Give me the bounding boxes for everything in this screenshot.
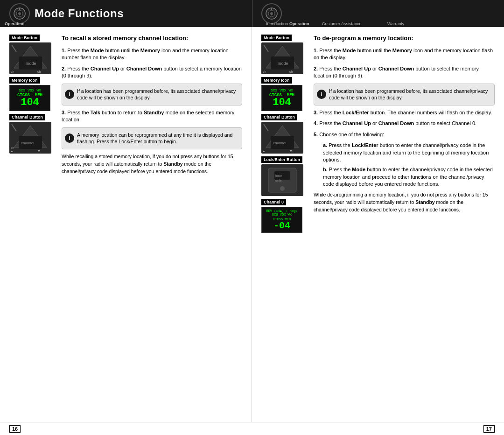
svg-text:mode: mode [26, 61, 36, 66]
channel-button-label: Channel Button [9, 114, 45, 120]
left-note-2-text: A memory location can be reprogrammed at… [77, 132, 232, 145]
svg-text:enter: enter [275, 179, 283, 182]
mode-button-label: Mode Button [9, 35, 40, 41]
left-note-1: i If a location has been programmed befo… [62, 84, 242, 105]
nav-customer-assistance: Customer Assistance [322, 21, 362, 26]
left-step-3: 3. Press the Talk button to return to St… [62, 109, 242, 124]
right-mode-button-label: Mode Button [261, 35, 292, 41]
svg-text:ch: ch [289, 70, 293, 73]
lock-enter-button-label: Lock/Enter Button [261, 156, 302, 163]
svg-text:▲: ▲ [10, 149, 14, 153]
right-mode-button-image: mode ch ch [261, 42, 303, 74]
page-number-left: 16 [9, 425, 21, 433]
left-note-2: i A memory location can be reprogrammed … [62, 127, 242, 149]
ch0-top: REV (14▲) ↕ hog↓ [266, 209, 297, 213]
right-mem-num: 104 [273, 98, 291, 108]
left-images-column: Mode Button mode ch ch Memory Icon DCS V… [9, 35, 56, 175]
note-icon-1: i [65, 90, 74, 99]
svg-point-44 [280, 186, 285, 191]
right-note-1: i If a location has been programmed befo… [314, 84, 495, 105]
memory-icon-label: Memory Icon [9, 77, 40, 84]
sub-item-a: a. Press the Lock/Enter button to enter … [323, 142, 495, 163]
svg-text:▼: ▼ [37, 149, 41, 153]
right-step-4: 4. Press the Channel Up or Channel Down … [314, 120, 495, 127]
memory-icon-display: DCS VOX WX CTCSS→ MEM 104 [9, 85, 50, 111]
svg-text:♪: ♪ [271, 12, 273, 16]
lock-enter-button-image: lock/ enter [261, 164, 303, 196]
ch0-num: -04 [273, 221, 290, 231]
page-number-right: 17 [483, 425, 495, 433]
svg-text:lock/: lock/ [275, 174, 282, 177]
left-content: Mode Button mode ch ch Memory Icon DCS V… [9, 35, 242, 175]
left-text-column: To recall a stored memory channel locati… [62, 35, 242, 175]
mem-display-top: DCS VOX WX [19, 88, 41, 93]
right-content: Mode Button mode ch ch Memory Icon DCS V… [261, 35, 495, 233]
nav-warranty: Warranty [387, 21, 404, 26]
svg-text:▲: ▲ [262, 149, 266, 153]
left-section-title: To recall a stored memory channel locati… [62, 35, 242, 42]
mode-button-image: mode ch ch [9, 42, 51, 74]
left-step-1: 1. Press the Mode button until the Memor… [62, 47, 242, 62]
svg-text:ch: ch [11, 146, 14, 149]
right-step-3: 3. Press the Lock/Enter button. The chan… [314, 109, 495, 116]
operation-label-right: Operation [289, 21, 309, 26]
right-channel-button-image: channel ▲ ▼ [261, 122, 303, 154]
svg-text:▼: ▼ [289, 149, 293, 153]
footer: 16 17 [0, 422, 504, 435]
left-step-2: 2. Press the Channel Up or Channel Down … [62, 65, 242, 80]
nav-introduction: Introduction [266, 21, 288, 26]
mem-display-num: 104 [21, 98, 39, 108]
svg-text:ch: ch [263, 70, 266, 73]
right-note-1-text: If a location has been programmed before… [329, 88, 488, 101]
right-images-column: Mode Button mode ch ch Memory Icon DCS V… [261, 35, 308, 233]
right-section-title: To de-program a memory location: [314, 35, 495, 42]
svg-text:ch: ch [11, 70, 14, 73]
left-paragraph: While recalling a stored memory location… [62, 153, 242, 175]
channel-0-display: REV (14▲) ↕ hog↓ DCS VOX WX CTCSS MEM -0… [261, 207, 302, 233]
note-icon-2: i [65, 133, 74, 143]
right-channel-button-label: Channel Button [261, 114, 297, 120]
ch0-mid: DCS VOX WX [272, 213, 292, 217]
main-content: Mode Button mode ch ch Memory Icon DCS V… [0, 27, 504, 422]
svg-text:channel: channel [21, 141, 34, 145]
sub-items-list: a. Press the Lock/Enter button to enter … [323, 142, 495, 188]
operation-label-left: Operation [5, 21, 25, 26]
header-icon-right: ♪ [261, 3, 282, 24]
svg-text:mode: mode [278, 61, 288, 66]
page-title: Mode Functions [35, 7, 124, 20]
right-step-2: 2. Press the Channel Up or Channel Down … [314, 65, 495, 80]
right-panel: Mode Button mode ch ch Memory Icon DCS V… [252, 27, 504, 422]
right-memory-icon-label: Memory Icon [261, 77, 292, 84]
svg-text:♪: ♪ [19, 12, 21, 16]
right-note-icon-1: i [317, 90, 326, 99]
svg-text:channel: channel [273, 141, 286, 145]
header: ♪ Mode Functions ♪ Operation Operation I… [0, 0, 504, 27]
channel-button-image: channel ▲ ▼ ch [9, 122, 51, 154]
channel-0-label: Channel 0 [261, 199, 286, 205]
svg-text:ch: ch [37, 70, 41, 73]
right-memory-icon-display: DCS VOX WX CTCSS→ MEM 104 [261, 85, 302, 111]
right-mem-top: DCS VOX WX [271, 88, 293, 93]
left-panel: Mode Button mode ch ch Memory Icon DCS V… [0, 27, 252, 422]
sub-item-b: b. Press the Mode button to enter the ch… [323, 166, 495, 188]
right-paragraph: While de-programming a memory location, … [314, 191, 495, 213]
right-step-5: 5. Choose one of the following: [314, 131, 495, 138]
header-icon: ♪ [9, 3, 30, 24]
left-note-1-text: If a location has been programmed before… [77, 88, 236, 101]
right-text-column: To de-program a memory location: 1. Pres… [314, 35, 495, 233]
right-step-1: 1. Press the Mode button until the Memor… [314, 47, 495, 62]
